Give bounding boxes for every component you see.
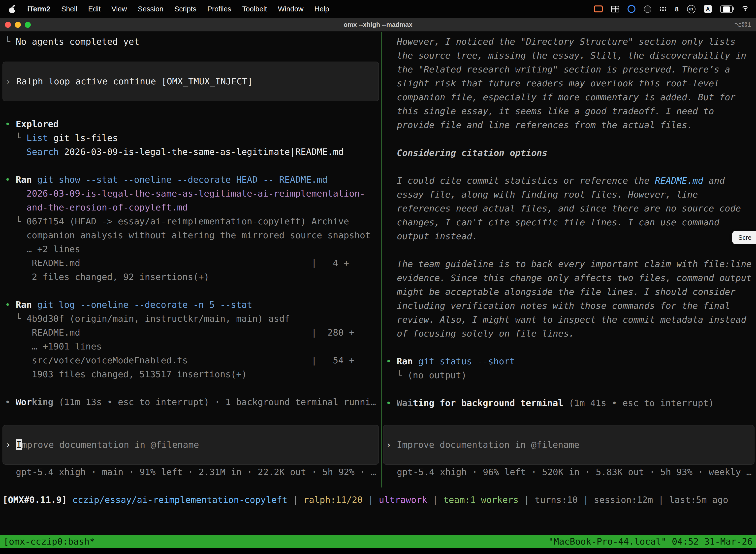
text-segment: • bbox=[5, 299, 16, 310]
apple-menu-icon[interactable] bbox=[9, 5, 16, 13]
agents-status-line: └ No agents completed yet bbox=[5, 35, 381, 49]
text-segment: | bbox=[519, 494, 535, 505]
text-segment: Ran bbox=[397, 356, 413, 366]
text-segment: … +1901 lines bbox=[5, 341, 102, 351]
text-segment: changes, I can't cite specific file line… bbox=[397, 217, 719, 227]
text-segment: this single essay, it seems like a good … bbox=[397, 106, 714, 116]
text-segment: mprove documentation in @filename bbox=[21, 439, 199, 450]
terminal-line: Search 2026-03-09-is-legal-the-same-as-l… bbox=[5, 145, 381, 159]
minimize-window-button[interactable] bbox=[15, 21, 21, 27]
window-title-bar: omx --xhigh --madmax ⌥⌘1 bbox=[0, 18, 756, 32]
prompt-input-right[interactable]: › Improve documentation in @filename bbox=[383, 425, 755, 465]
text-segment: Ran bbox=[16, 174, 32, 185]
digit-8-icon[interactable]: 8 bbox=[675, 5, 679, 13]
terminal-line: … +1901 lines bbox=[5, 340, 381, 353]
menu-iterm2[interactable]: iTerm2 bbox=[22, 5, 56, 13]
thinking-line: of focusing solely on file lines. bbox=[386, 327, 756, 340]
omx-status-line: [OMX#0.11.9] cczip/essay/ai-reimplementa… bbox=[2, 493, 756, 507]
terminal-line: … +2 lines bbox=[5, 242, 381, 256]
thinking-line: this single essay, it seems like a good … bbox=[386, 104, 756, 118]
sync-icon[interactable] bbox=[628, 5, 635, 13]
wifi-icon[interactable] bbox=[741, 6, 749, 12]
menu-toolbelt[interactable]: Toolbelt bbox=[237, 5, 272, 13]
tool-call-line: • Ran git log --oneline --decorate -n 5 … bbox=[5, 298, 381, 312]
screen-overlay-tab[interactable]: Scre bbox=[733, 231, 756, 244]
terminal-line bbox=[386, 243, 756, 257]
text-segment: No agents completed yet bbox=[16, 36, 139, 47]
text-segment: and bbox=[703, 175, 725, 186]
battery-percent-icon[interactable]: 61 bbox=[687, 5, 695, 13]
keypad-icon[interactable] bbox=[660, 7, 667, 11]
text-segment: Considering citation options bbox=[397, 148, 548, 158]
close-window-button[interactable] bbox=[5, 21, 11, 27]
thinking-line: However, I noticed the "Directory Struct… bbox=[386, 35, 756, 49]
omx-version: [OMX#0.11.9] bbox=[2, 494, 72, 505]
text-segment: src/voice/voiceModeEnabled.ts | 54 + bbox=[5, 355, 355, 365]
terminal-line bbox=[386, 160, 756, 174]
screen-recording-icon[interactable] bbox=[594, 5, 603, 12]
input-source-icon[interactable]: A bbox=[704, 5, 712, 13]
thinking-line: output instead. bbox=[386, 229, 756, 243]
text-segment: Ralph loop active continue [OMX_TMUX_INJ… bbox=[16, 76, 253, 87]
tmux-session-label: [omx-cczip0:bash* bbox=[3, 536, 95, 547]
text-segment: README.md | 280 + bbox=[5, 327, 355, 338]
text-segment: Wor bbox=[16, 397, 32, 407]
thinking-line: the "Related research writing" section i… bbox=[386, 63, 756, 76]
screen-overlay-label: Scre bbox=[738, 234, 752, 241]
text-segment bbox=[5, 147, 26, 157]
menu-edit[interactable]: Edit bbox=[82, 5, 106, 13]
terminal-area: └ No agents completed yet › Ralph loop a… bbox=[0, 32, 756, 488]
left-terminal-pane: └ No agents completed yet › Ralph loop a… bbox=[0, 32, 381, 488]
text-segment: › bbox=[5, 76, 16, 87]
text-segment: | bbox=[427, 494, 443, 505]
text-segment: gpt-5.4 xhigh · main · 91% left · 2.31M … bbox=[16, 466, 376, 477]
text-segment: • bbox=[5, 119, 16, 129]
text-segment: | bbox=[363, 494, 379, 505]
text-segment: git ls-files bbox=[48, 132, 118, 143]
omx-ralph-counter: ralph:11/20 bbox=[304, 494, 363, 505]
text-segment: (1m 41s • esc to interrupt) bbox=[563, 398, 714, 408]
text-segment: └ bbox=[5, 313, 26, 324]
prompt-input-left[interactable]: › Improve documentation in @filename bbox=[2, 425, 379, 465]
thinking-line: companion file, especially if more comme… bbox=[386, 90, 756, 104]
text-segment: (11m 13s • esc to interrupt) · 1 backgro… bbox=[53, 397, 376, 407]
terminal-line: 1903 files changed, 513517 insertions(+) bbox=[5, 367, 381, 381]
menu-bar-items: iTerm2ShellEditViewSessionScriptsProfile… bbox=[22, 0, 334, 18]
menu-view[interactable]: View bbox=[106, 5, 132, 13]
battery-icon[interactable] bbox=[720, 5, 733, 13]
model-status-line: gpt-5.4 xhigh · 96% left · 520K in · 5.8… bbox=[386, 465, 756, 479]
ralph-inject-line: › Ralph loop active continue [OMX_TMUX_I… bbox=[5, 74, 376, 88]
thinking-line: review. Also, I might want to inspect th… bbox=[386, 313, 756, 327]
text-segment: ting for background terminal bbox=[413, 398, 563, 408]
text-cursor: I bbox=[16, 439, 21, 450]
thinking-heading: Considering citation options bbox=[386, 146, 756, 160]
terminal-line: └ List git ls-files bbox=[5, 131, 381, 145]
text-segment: provide file and line references from th… bbox=[397, 120, 693, 130]
text-segment: README.md | 4 + bbox=[5, 258, 349, 268]
thinking-line: provide file and line references from th… bbox=[386, 118, 756, 132]
tmux-host-clock: "MacBook-Pro-44.local" 04:52 31-Mar-26 bbox=[548, 536, 753, 547]
terminal-line: 2 files changed, 92 insertions(+) bbox=[5, 270, 381, 284]
terminal-line bbox=[386, 340, 756, 354]
battery-fill bbox=[723, 6, 730, 12]
terminal-line: src/voice/voiceModeEnabled.ts | 54 + bbox=[5, 353, 381, 367]
menu-window[interactable]: Window bbox=[272, 5, 309, 13]
left-pane-top: └ No agents completed yet bbox=[5, 35, 381, 49]
menu-scripts[interactable]: Scripts bbox=[169, 5, 202, 13]
omx-last: last:5m ago bbox=[669, 494, 728, 505]
text-segment: git show --stat --oneline --decorate HEA… bbox=[32, 174, 327, 185]
text-segment: 1903 files changed, 513517 insertions(+) bbox=[5, 369, 247, 379]
text-segment: | bbox=[578, 494, 594, 505]
window-grid-icon[interactable] bbox=[611, 6, 619, 12]
text-segment: └ (no output) bbox=[386, 370, 466, 380]
status-dot-icon[interactable] bbox=[644, 5, 651, 13]
menu-session[interactable]: Session bbox=[132, 5, 169, 13]
text-segment: • bbox=[5, 174, 16, 185]
menu-shell[interactable]: Shell bbox=[56, 5, 83, 13]
menu-profiles[interactable]: Profiles bbox=[202, 5, 237, 13]
zoom-window-button[interactable] bbox=[25, 21, 31, 27]
terminal-line bbox=[386, 382, 756, 396]
terminal-line: README.md | 4 + bbox=[5, 256, 381, 270]
thinking-line: essay file, along with finding root file… bbox=[386, 188, 756, 202]
menu-help[interactable]: Help bbox=[309, 5, 335, 13]
